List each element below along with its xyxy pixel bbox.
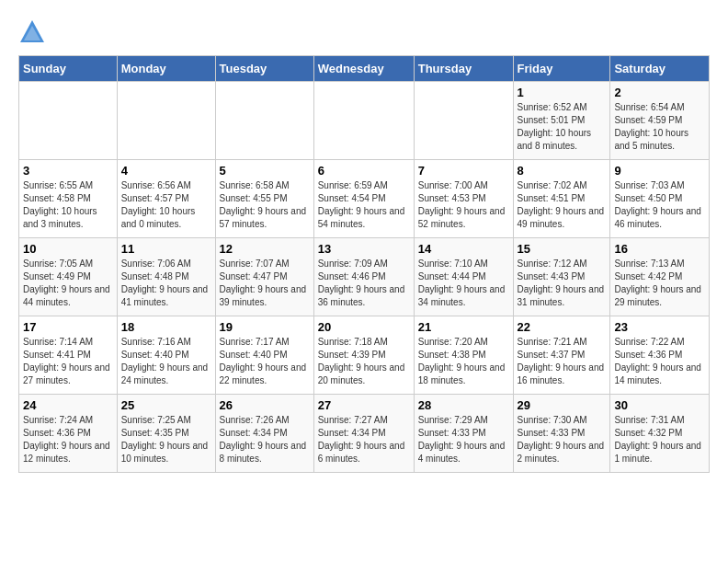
day-number: 1 — [518, 86, 607, 99]
logo — [18, 18, 50, 46]
day-number: 16 — [614, 242, 705, 256]
calendar-cell: 9Sunrise: 7:03 AM Sunset: 4:50 PM Daylig… — [610, 160, 710, 238]
calendar-cell: 27Sunrise: 7:27 AM Sunset: 4:34 PM Dayli… — [313, 395, 414, 473]
day-number: 18 — [121, 320, 211, 334]
calendar-week-row: 1Sunrise: 6:52 AM Sunset: 5:01 PM Daylig… — [19, 82, 710, 160]
calendar-cell: 29Sunrise: 7:30 AM Sunset: 4:33 PM Dayli… — [513, 395, 610, 473]
day-info: Sunrise: 7:13 AM Sunset: 4:42 PM Dayligh… — [614, 258, 705, 309]
calendar-week-row: 10Sunrise: 7:05 AM Sunset: 4:49 PM Dayli… — [19, 238, 710, 316]
calendar-cell: 28Sunrise: 7:29 AM Sunset: 4:33 PM Dayli… — [414, 395, 513, 473]
calendar-cell: 23Sunrise: 7:22 AM Sunset: 4:36 PM Dayli… — [610, 316, 710, 395]
weekday-header: Saturday — [610, 56, 710, 82]
day-info: Sunrise: 6:59 AM Sunset: 4:54 PM Dayligh… — [318, 179, 410, 231]
day-number: 14 — [418, 242, 509, 256]
day-info: Sunrise: 7:02 AM Sunset: 4:51 PM Dayligh… — [518, 179, 607, 231]
logo-icon — [18, 18, 46, 46]
day-number: 7 — [418, 164, 509, 178]
day-number: 24 — [23, 398, 113, 412]
day-info: Sunrise: 7:26 AM Sunset: 4:34 PM Dayligh… — [220, 414, 310, 465]
day-info: Sunrise: 7:24 AM Sunset: 4:36 PM Dayligh… — [23, 414, 113, 465]
day-info: Sunrise: 6:55 AM Sunset: 4:58 PM Dayligh… — [23, 179, 113, 231]
day-info: Sunrise: 7:22 AM Sunset: 4:36 PM Dayligh… — [614, 336, 705, 387]
day-number: 10 — [23, 242, 113, 256]
weekday-header: Tuesday — [215, 56, 313, 82]
calendar-cell: 3Sunrise: 6:55 AM Sunset: 4:58 PM Daylig… — [19, 160, 118, 238]
day-info: Sunrise: 7:21 AM Sunset: 4:37 PM Dayligh… — [518, 336, 607, 387]
day-info: Sunrise: 7:29 AM Sunset: 4:33 PM Dayligh… — [418, 414, 509, 465]
calendar-cell — [19, 82, 118, 160]
calendar-cell: 18Sunrise: 7:16 AM Sunset: 4:40 PM Dayli… — [117, 316, 215, 395]
day-number: 21 — [418, 320, 509, 334]
calendar-cell — [414, 82, 513, 160]
day-info: Sunrise: 7:10 AM Sunset: 4:44 PM Dayligh… — [418, 258, 509, 309]
weekday-header: Thursday — [414, 56, 513, 82]
weekday-header: Monday — [117, 56, 215, 82]
calendar-cell: 6Sunrise: 6:59 AM Sunset: 4:54 PM Daylig… — [313, 160, 414, 238]
day-number: 9 — [614, 164, 705, 178]
calendar-cell: 30Sunrise: 7:31 AM Sunset: 4:32 PM Dayli… — [610, 395, 710, 473]
calendar-cell: 13Sunrise: 7:09 AM Sunset: 4:46 PM Dayli… — [313, 238, 414, 316]
day-number: 17 — [23, 320, 113, 334]
calendar-cell: 26Sunrise: 7:26 AM Sunset: 4:34 PM Dayli… — [215, 395, 313, 473]
calendar-cell: 17Sunrise: 7:14 AM Sunset: 4:41 PM Dayli… — [19, 316, 118, 395]
calendar-cell: 20Sunrise: 7:18 AM Sunset: 4:39 PM Dayli… — [313, 316, 414, 395]
day-info: Sunrise: 7:17 AM Sunset: 4:40 PM Dayligh… — [220, 336, 310, 387]
day-number: 12 — [220, 242, 310, 256]
day-number: 22 — [518, 320, 607, 334]
day-info: Sunrise: 7:27 AM Sunset: 4:34 PM Dayligh… — [318, 414, 410, 465]
calendar-cell: 15Sunrise: 7:12 AM Sunset: 4:43 PM Dayli… — [513, 238, 610, 316]
calendar-cell: 5Sunrise: 6:58 AM Sunset: 4:55 PM Daylig… — [215, 160, 313, 238]
day-number: 15 — [518, 242, 607, 256]
calendar-cell: 24Sunrise: 7:24 AM Sunset: 4:36 PM Dayli… — [19, 395, 118, 473]
calendar-week-row: 17Sunrise: 7:14 AM Sunset: 4:41 PM Dayli… — [19, 316, 710, 395]
calendar-cell — [117, 82, 215, 160]
day-info: Sunrise: 7:00 AM Sunset: 4:53 PM Dayligh… — [418, 179, 509, 231]
calendar-cell: 14Sunrise: 7:10 AM Sunset: 4:44 PM Dayli… — [414, 238, 513, 316]
calendar-cell: 8Sunrise: 7:02 AM Sunset: 4:51 PM Daylig… — [513, 160, 610, 238]
calendar-table: SundayMondayTuesdayWednesdayThursdayFrid… — [18, 55, 710, 473]
calendar-cell: 12Sunrise: 7:07 AM Sunset: 4:47 PM Dayli… — [215, 238, 313, 316]
day-info: Sunrise: 6:54 AM Sunset: 4:59 PM Dayligh… — [614, 101, 705, 153]
day-number: 26 — [220, 398, 310, 412]
day-number: 30 — [614, 398, 705, 412]
day-info: Sunrise: 7:07 AM Sunset: 4:47 PM Dayligh… — [220, 258, 310, 309]
day-info: Sunrise: 6:52 AM Sunset: 5:01 PM Dayligh… — [518, 101, 607, 153]
day-info: Sunrise: 7:20 AM Sunset: 4:38 PM Dayligh… — [418, 336, 509, 387]
day-info: Sunrise: 7:05 AM Sunset: 4:49 PM Dayligh… — [23, 258, 113, 309]
day-info: Sunrise: 7:18 AM Sunset: 4:39 PM Dayligh… — [318, 336, 410, 387]
page-header — [18, 18, 710, 46]
calendar-cell: 11Sunrise: 7:06 AM Sunset: 4:48 PM Dayli… — [117, 238, 215, 316]
day-number: 8 — [518, 164, 607, 178]
day-info: Sunrise: 7:06 AM Sunset: 4:48 PM Dayligh… — [121, 258, 211, 309]
day-number: 23 — [614, 320, 705, 334]
day-info: Sunrise: 6:58 AM Sunset: 4:55 PM Dayligh… — [220, 179, 310, 231]
day-info: Sunrise: 7:25 AM Sunset: 4:35 PM Dayligh… — [121, 414, 211, 465]
day-number: 4 — [121, 164, 211, 178]
calendar-week-row: 3Sunrise: 6:55 AM Sunset: 4:58 PM Daylig… — [19, 160, 710, 238]
weekday-header: Sunday — [19, 56, 118, 82]
calendar-cell: 2Sunrise: 6:54 AM Sunset: 4:59 PM Daylig… — [610, 82, 710, 160]
day-info: Sunrise: 7:12 AM Sunset: 4:43 PM Dayligh… — [518, 258, 607, 309]
calendar-cell: 25Sunrise: 7:25 AM Sunset: 4:35 PM Dayli… — [117, 395, 215, 473]
day-info: Sunrise: 7:16 AM Sunset: 4:40 PM Dayligh… — [121, 336, 211, 387]
day-info: Sunrise: 7:31 AM Sunset: 4:32 PM Dayligh… — [614, 414, 705, 465]
day-number: 28 — [418, 398, 509, 412]
day-info: Sunrise: 7:09 AM Sunset: 4:46 PM Dayligh… — [318, 258, 410, 309]
weekday-header: Friday — [513, 56, 610, 82]
day-number: 25 — [121, 398, 211, 412]
day-number: 5 — [220, 164, 310, 178]
day-number: 29 — [518, 398, 607, 412]
calendar-cell: 21Sunrise: 7:20 AM Sunset: 4:38 PM Dayli… — [414, 316, 513, 395]
day-number: 13 — [318, 242, 410, 256]
weekday-header: Wednesday — [313, 56, 414, 82]
day-info: Sunrise: 7:03 AM Sunset: 4:50 PM Dayligh… — [614, 179, 705, 231]
day-number: 20 — [318, 320, 410, 334]
calendar-cell: 7Sunrise: 7:00 AM Sunset: 4:53 PM Daylig… — [414, 160, 513, 238]
day-number: 11 — [121, 242, 211, 256]
calendar-cell: 10Sunrise: 7:05 AM Sunset: 4:49 PM Dayli… — [19, 238, 118, 316]
day-info: Sunrise: 6:56 AM Sunset: 4:57 PM Dayligh… — [121, 179, 211, 231]
calendar-week-row: 24Sunrise: 7:24 AM Sunset: 4:36 PM Dayli… — [19, 395, 710, 473]
calendar-cell: 16Sunrise: 7:13 AM Sunset: 4:42 PM Dayli… — [610, 238, 710, 316]
day-number: 27 — [318, 398, 410, 412]
day-info: Sunrise: 7:14 AM Sunset: 4:41 PM Dayligh… — [23, 336, 113, 387]
